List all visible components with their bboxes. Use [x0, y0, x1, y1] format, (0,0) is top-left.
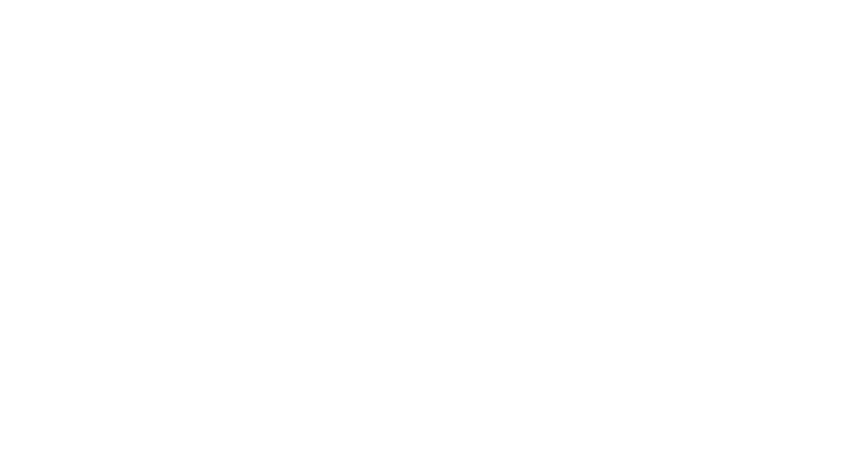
page-wrapper: [0, 0, 868, 472]
